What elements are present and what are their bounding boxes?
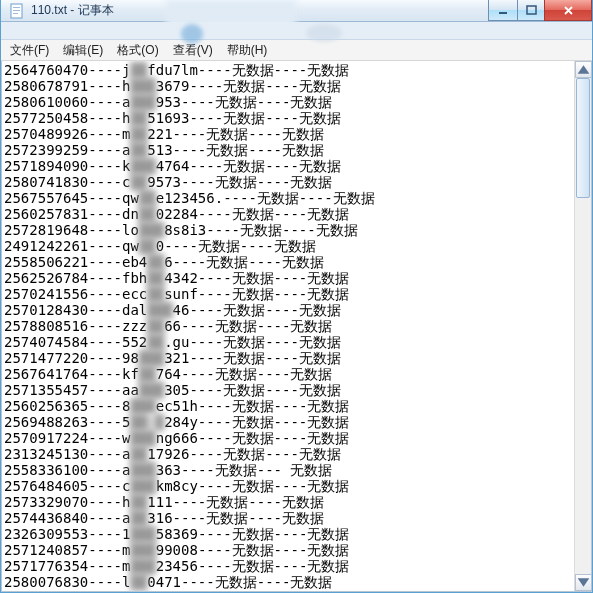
censored-text: ███ xyxy=(130,398,155,414)
svg-rect-2 xyxy=(13,10,20,11)
censored-text: ██ xyxy=(147,254,164,270)
censored-text: ██ █ xyxy=(130,414,164,430)
minimize-button[interactable] xyxy=(488,0,518,21)
text-line: 2580741830----c██9573----无数据----无数据 xyxy=(4,174,572,190)
text-line: 2572399259----a██513----无数据----无数据 xyxy=(4,142,572,158)
text-line: 2571240857----m███99008----无数据----无数据 xyxy=(4,542,572,558)
text-line: 2574074584----552██.gu----无数据----无数据 xyxy=(4,334,572,350)
censored-text: ██ xyxy=(130,510,147,526)
text-line: 2577250458----h██51693----无数据----无数据 xyxy=(4,110,572,126)
menu-bar: 文件(F) 编辑(E) 格式(O) 查看(V) 帮助(H) xyxy=(1,40,592,61)
censored-text: ██ xyxy=(139,238,156,254)
background-app-strip xyxy=(1,22,592,40)
close-button[interactable] xyxy=(544,0,592,21)
censored-text: ██ xyxy=(130,174,147,190)
censored-text: ██ xyxy=(130,446,147,462)
censored-text: ██ xyxy=(130,574,147,590)
text-line: 2571776354----m███23456----无数据----无数据 xyxy=(4,558,572,574)
text-line: 2578808516----zzz██66----无数据----无数据 xyxy=(4,318,572,334)
menu-edit[interactable]: 编辑(E) xyxy=(56,40,110,61)
censored-text: ███ xyxy=(130,542,155,558)
text-line: 2567557645----qw██e123456.----无数据----无数据 xyxy=(4,190,572,206)
scroll-thumb[interactable] xyxy=(576,78,590,198)
censored-text: ██ xyxy=(130,142,147,158)
text-line: 2570917224----w███ng666----无数据----无数据 xyxy=(4,430,572,446)
text-line: 2570128430----dal███46----无数据----无数据 xyxy=(4,302,572,318)
text-line: 2567641764----kf██764----无数据----无数据 xyxy=(4,366,572,382)
text-line: 2572819648----lo███8s8i3----无数据----无数据 xyxy=(4,222,572,238)
censored-text: ██ xyxy=(139,366,156,382)
censored-text: ██ xyxy=(139,190,156,206)
censored-text: ██ xyxy=(130,62,147,78)
menu-format[interactable]: 格式(O) xyxy=(110,40,165,61)
text-line: 2326309553----1███58369----无数据----无数据 xyxy=(4,526,572,542)
text-line: 2580678791----h███3679----无数据----无数据 xyxy=(4,78,572,94)
censored-text: ███ xyxy=(130,558,155,574)
svg-rect-5 xyxy=(527,6,536,14)
title-bar[interactable]: 110.txt - 记事本 xyxy=(1,0,592,22)
censored-text: ███ xyxy=(130,526,155,542)
text-line: 2562526784----fbh██4342----无数据----无数据 xyxy=(4,270,572,286)
notepad-window: 110.txt - 记事本 文件(F) 编辑(E) 格式(O) 查看(V) 帮助… xyxy=(0,0,593,593)
text-line: 2569488263----5██ █284y----无数据----无数据 xyxy=(4,414,572,430)
text-line: 2571477220----98███321----无数据----无数据 xyxy=(4,350,572,366)
text-line: 2491242261----qw██0----无数据----无数据 xyxy=(4,238,572,254)
svg-rect-4 xyxy=(499,12,507,14)
censored-text: ██ xyxy=(130,494,147,510)
text-line: 2576484605----c███km8cy----无数据----无数据 xyxy=(4,478,572,494)
censored-text: ███ xyxy=(139,350,164,366)
text-line: 2571355457----aa███305----无数据----无数据 xyxy=(4,382,572,398)
text-line: 2570241556----ecc██sunf----无数据----无数据 xyxy=(4,286,572,302)
text-line: 2558336100----a███363----无数据--- 无数据 xyxy=(4,462,572,478)
text-line: 2560256365----8███ec51h----无数据----无数据 xyxy=(4,398,572,414)
text-line: 2564760470----j██fdu7lm----无数据----无数据 xyxy=(4,62,572,78)
scroll-track[interactable] xyxy=(575,78,591,574)
censored-text: ██ xyxy=(147,270,164,286)
censored-text: ██ xyxy=(139,206,156,222)
text-line: 2574436840----a██316----无数据----无数据 xyxy=(4,510,572,526)
censored-text: ███ xyxy=(130,462,155,478)
vertical-scrollbar[interactable] xyxy=(574,61,591,591)
censored-text: ██ xyxy=(147,318,164,334)
window-title: 110.txt - 记事本 xyxy=(31,2,114,19)
censored-text: ███ xyxy=(130,478,155,494)
window-controls xyxy=(489,0,592,21)
text-content[interactable]: 2564760470----j██fdu7lm----无数据----无数据258… xyxy=(2,61,574,591)
censored-text: ███ xyxy=(130,94,155,110)
maximize-button[interactable] xyxy=(517,0,545,21)
text-line: 2570489926----m██221----无数据----无数据 xyxy=(4,126,572,142)
scroll-down-button[interactable] xyxy=(575,574,592,591)
svg-rect-1 xyxy=(13,7,20,8)
app-icon xyxy=(9,3,25,19)
text-line: 2580610060----a███953----无数据----无数据 xyxy=(4,94,572,110)
menu-file[interactable]: 文件(F) xyxy=(3,40,56,61)
text-line: 2313245130----a██17926----无数据----无数据 xyxy=(4,446,572,462)
text-line: 2560257831----dn██02284----无数据----无数据 xyxy=(4,206,572,222)
text-line: 2558506221----eb4██6----无数据----无数据 xyxy=(4,254,572,270)
censored-text: ██ xyxy=(130,110,147,126)
scroll-up-button[interactable] xyxy=(575,61,592,78)
censored-text: ███ xyxy=(147,302,172,318)
censored-text: ██ xyxy=(147,286,164,302)
text-line: 2571894090----k███4764----无数据----无数据 xyxy=(4,158,572,174)
censored-text: ██ xyxy=(130,126,147,142)
censored-text: ███ xyxy=(130,158,155,174)
client-area: 2564760470----j██fdu7lm----无数据----无数据258… xyxy=(1,61,592,592)
censored-text: ███ xyxy=(130,78,155,94)
censored-text: ███ xyxy=(139,222,164,238)
text-line: 2573329070----h██111----无数据----无数据 xyxy=(4,494,572,510)
censored-text: ██ xyxy=(147,334,164,350)
menu-help[interactable]: 帮助(H) xyxy=(220,40,275,61)
text-line: 2580076830----l██0471----无数据----无数据 xyxy=(4,574,572,590)
svg-rect-3 xyxy=(13,13,18,14)
censored-text: ███ xyxy=(130,430,155,446)
censored-text: ███ xyxy=(139,382,164,398)
